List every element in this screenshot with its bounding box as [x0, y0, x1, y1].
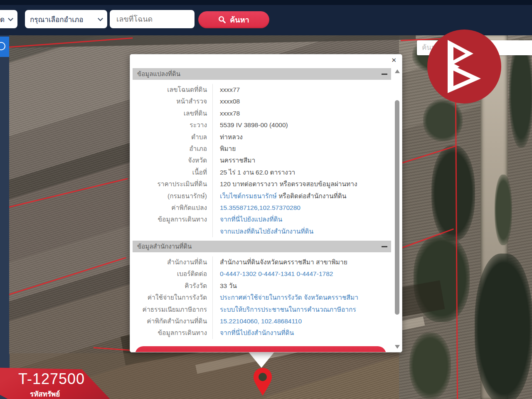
field-value: 5539 IV 3898-00 (4000)	[212, 119, 391, 131]
field-label: ค่าพิกัดแปลง	[133, 202, 212, 214]
field-value: นครราชสีมา	[212, 155, 391, 166]
map-trees	[423, 100, 463, 141]
field-value: 0-4447-1302 0-4447-1341 0-4447-1782	[212, 268, 391, 280]
field-label: (กรมธนารักษ์)	[133, 190, 212, 202]
ribbon-fold	[0, 354, 10, 369]
close-icon[interactable]: ✕	[391, 57, 397, 63]
field-link[interactable]: 0-4447-1782	[296, 270, 333, 277]
scroll-down-arrow-icon[interactable]	[395, 345, 400, 349]
province-select-value: ัด	[0, 14, 5, 25]
province-select[interactable]: ัด	[0, 10, 17, 28]
field-label: เนื้อที่	[133, 167, 212, 178]
field-link[interactable]: ประกาศค่าใช้จ่ายในการรังวัด จังหวัดนครรา…	[220, 294, 358, 301]
field-text: xxxx08	[220, 98, 240, 105]
table-row: ข้อมูลการเดินทางจากที่นี่ไปยังแปลงที่ดิน	[133, 214, 391, 225]
field-text: xxxx78	[220, 110, 240, 117]
top-navbar: ัด กรุณาเลือกอำเภอ ค้นหา	[0, 0, 532, 35]
field-text: 5539 IV 3898-00 (4000)	[220, 121, 288, 128]
field-label: ตำบล	[133, 131, 212, 143]
field-text: 25 ไร่ 1 งาน 62.0 ตารางวา	[220, 169, 295, 176]
field-label: สำนักงานที่ดิน	[133, 256, 212, 268]
property-code-label: รหัสทรัพย์	[30, 388, 60, 399]
map-tool-button[interactable]	[0, 37, 9, 57]
field-label: อำเภอ	[133, 143, 212, 155]
field-label: ข้อมูลการเดินทาง	[133, 327, 212, 339]
table-row: ระวาง5539 IV 3898-00 (4000)	[133, 119, 391, 131]
field-text: ท่าหลวง	[220, 133, 243, 140]
district-select[interactable]: กรุณาเลือกอำเภอ	[25, 10, 107, 28]
field-label: คิวรังวัด	[133, 280, 212, 292]
district-select-value: กรุณาเลือกอำเภอ	[30, 14, 83, 25]
field-link[interactable]: 15.35587126,102.57370280	[220, 204, 300, 211]
field-label: ค่าใช้จ่ายในการรังวัด	[133, 292, 212, 303]
field-link[interactable]: จากแปลงที่ดินไปยังสำนักงานที่ดิน	[220, 228, 313, 235]
field-value: ประกาศค่าใช้จ่ายในการรังวัด จังหวัดนครรา…	[212, 292, 391, 303]
table-row: คิวรังวัด33 วัน	[133, 280, 391, 292]
map-trees	[509, 39, 532, 148]
table-row: ค่าใช้จ่ายในการรังวัดประกาศค่าใช้จ่ายในก…	[133, 292, 391, 303]
table-row: จังหวัดนครราชสีมา	[133, 155, 391, 166]
table-row: ตำบลท่าหลวง	[133, 131, 391, 143]
field-value: xxxx78	[212, 108, 391, 119]
field-value: xxxx77	[212, 84, 391, 96]
field-label: ค่าพิกัดสำนักงานที่ดิน	[133, 315, 212, 327]
scrollbar-thumb[interactable]	[395, 100, 399, 315]
field-value: 33 วัน	[212, 280, 391, 292]
section-title: ข้อมูลสำนักงานที่ดิน	[133, 241, 391, 252]
popup-action-button[interactable]	[135, 346, 386, 352]
deed-number-input[interactable]	[116, 15, 195, 24]
parcel-info-popup: ✕ ข้อมูลแปลงที่ดิน เลขโฉนดที่ดินxxxx77หน…	[130, 54, 402, 352]
chevron-down-icon	[8, 16, 13, 21]
field-label: จังหวัด	[133, 155, 212, 166]
field-link[interactable]: ระบบให้บริการประชาชนในการคำนวณภาษีอากร	[220, 306, 356, 313]
search-icon	[218, 16, 226, 24]
logo-b-triangles-icon	[446, 40, 483, 93]
field-link[interactable]: จากที่นี่ไปยังแปลงที่ดิน	[220, 216, 282, 223]
field-text: นครราชสีมา	[220, 157, 255, 164]
field-link[interactable]: 0-4447-1341	[258, 270, 295, 277]
table-row: เลขโฉนดที่ดินxxxx77	[133, 84, 391, 96]
table-row: ค่าพิกัดสำนักงานที่ดิน15.22104060, 102.4…	[133, 315, 391, 327]
field-label: ราคาประเมินที่ดิน	[133, 178, 212, 190]
popup-tail	[249, 352, 274, 368]
landsmaps-app-window: ัด กรุณาเลือกอำเภอ ค้นหา	[0, 0, 532, 399]
table-row: ค่าธรรมเนียมภาษีอากรระบบให้บริการประชาชน…	[133, 304, 391, 315]
field-value: พิมาย	[212, 143, 391, 155]
field-value: 25 ไร่ 1 งาน 62.0 ตารางวา	[212, 167, 391, 178]
landoffice-fields: สำนักงานที่ดินสำนักงานที่ดินจังหวัดนครรา…	[133, 256, 391, 339]
field-label: ค่าธรรมเนียมภาษีอากร	[133, 304, 212, 315]
section-header-parcel: ข้อมูลแปลงที่ดิน	[133, 68, 391, 80]
table-row: เบอร์ติดต่อ0-4447-1302 0-4447-1341 0-444…	[133, 268, 391, 280]
field-link[interactable]: 15.22104060, 102.48684110	[220, 318, 302, 325]
table-row: หน้าสำรวจxxxx08	[133, 96, 391, 107]
field-label: ข้อมูลการเดินทาง	[133, 214, 212, 225]
field-link[interactable]: 0-4447-1302	[220, 270, 256, 277]
map-pin-icon[interactable]	[253, 367, 273, 398]
field-text: 120 บาทต่อตารางวา หรือตรวจสอบข้อมูลผ่านท…	[220, 180, 357, 187]
field-label: ระวาง	[133, 119, 212, 131]
brand-watermark-logo	[427, 30, 501, 103]
field-value: xxxx08	[212, 96, 391, 107]
tool-circle-icon	[0, 42, 5, 50]
parcel-fields: เลขโฉนดที่ดินxxxx77หน้าสำรวจxxxx08เลขที่…	[133, 84, 391, 237]
section-header-landoffice: ข้อมูลสำนักงานที่ดิน	[133, 241, 391, 252]
field-link[interactable]: จากที่นี่ไปยังสำนักงานที่ดิน	[220, 329, 294, 336]
field-value: จากที่นี่ไปยังสำนักงานที่ดิน	[212, 327, 391, 339]
search-button[interactable]: ค้นหา	[198, 11, 269, 28]
map-trees	[495, 175, 512, 245]
table-row: (กรมธนารักษ์)เว็บไซต์กรมธนารักษ์ หรือติด…	[133, 190, 391, 202]
property-code: T-127500	[18, 370, 85, 388]
field-link[interactable]: เว็บไซต์กรมธนารักษ์	[220, 192, 277, 200]
field-value: 120 บาทต่อตารางวา หรือตรวจสอบข้อมูลผ่านท…	[212, 178, 391, 190]
left-toolbar-strip	[0, 35, 9, 399]
field-label: เลขที่ดิน	[133, 108, 212, 119]
table-row: ค่าพิกัดแปลง15.35587126,102.57370280	[133, 202, 391, 214]
field-text: สำนักงานที่ดินจังหวัดนครราชสีมา สาขาพิมา…	[220, 259, 347, 266]
minus-icon[interactable]	[382, 246, 387, 247]
chevron-down-icon	[98, 16, 103, 21]
map-trees	[409, 332, 451, 399]
search-button-label: ค้นหา	[230, 14, 249, 26]
minus-icon[interactable]	[382, 74, 387, 75]
field-value: เว็บไซต์กรมธนารักษ์ หรือติดต่อสำนักงานที…	[212, 190, 391, 202]
scroll-up-arrow-icon[interactable]	[395, 69, 400, 73]
